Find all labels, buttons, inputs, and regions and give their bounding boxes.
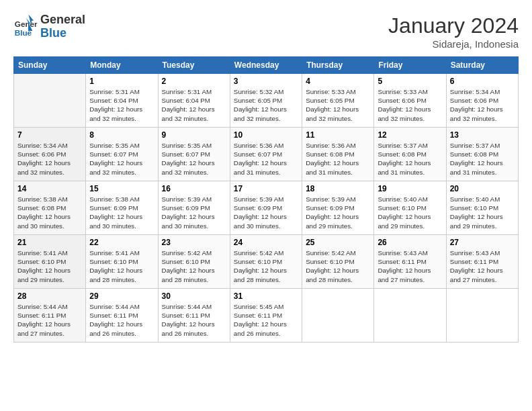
calendar-cell: 7Sunrise: 5:34 AM Sunset: 6:06 PM Daylig…	[14, 128, 86, 181]
day-info: Sunrise: 5:31 AM Sunset: 6:04 PM Dayligh…	[89, 87, 154, 123]
calendar-cell: 31Sunrise: 5:45 AM Sunset: 6:11 PM Dayli…	[230, 289, 302, 342]
calendar-cell	[14, 74, 86, 128]
day-number: 5	[378, 77, 442, 86]
day-number: 29	[89, 291, 154, 301]
calendar-cell: 29Sunrise: 5:44 AM Sunset: 6:11 PM Dayli…	[86, 289, 158, 342]
calendar-cell: 24Sunrise: 5:42 AM Sunset: 6:10 PM Dayli…	[230, 235, 302, 289]
day-number: 9	[162, 130, 226, 140]
calendar-cell: 21Sunrise: 5:41 AM Sunset: 6:10 PM Dayli…	[14, 235, 86, 289]
calendar-cell: 1Sunrise: 5:31 AM Sunset: 6:04 PM Daylig…	[86, 74, 158, 128]
day-info: Sunrise: 5:37 AM Sunset: 6:08 PM Dayligh…	[378, 141, 442, 177]
day-number: 26	[378, 238, 442, 247]
calendar-table: SundayMondayTuesdayWednesdayThursdayFrid…	[13, 56, 519, 342]
day-info: Sunrise: 5:44 AM Sunset: 6:11 PM Dayligh…	[17, 302, 82, 338]
calendar-cell: 22Sunrise: 5:41 AM Sunset: 6:10 PM Dayli…	[86, 235, 158, 289]
calendar-cell	[302, 289, 374, 342]
day-number: 20	[450, 184, 515, 193]
day-info: Sunrise: 5:37 AM Sunset: 6:08 PM Dayligh…	[450, 141, 515, 177]
day-number: 24	[234, 238, 298, 247]
calendar-cell: 9Sunrise: 5:35 AM Sunset: 6:07 PM Daylig…	[158, 128, 230, 181]
calendar-cell: 3Sunrise: 5:32 AM Sunset: 6:05 PM Daylig…	[230, 74, 302, 128]
calendar-cell: 18Sunrise: 5:39 AM Sunset: 6:09 PM Dayli…	[302, 181, 374, 235]
day-info: Sunrise: 5:42 AM Sunset: 6:10 PM Dayligh…	[306, 248, 370, 284]
calendar-cell: 27Sunrise: 5:43 AM Sunset: 6:11 PM Dayli…	[446, 235, 518, 289]
calendar-cell: 5Sunrise: 5:33 AM Sunset: 6:06 PM Daylig…	[374, 74, 446, 128]
day-number: 28	[17, 291, 82, 301]
day-number: 6	[450, 77, 515, 86]
logo-name-blue: Blue	[40, 27, 85, 40]
day-info: Sunrise: 5:35 AM Sunset: 6:07 PM Dayligh…	[162, 141, 226, 177]
day-number: 2	[162, 77, 226, 86]
day-number: 18	[306, 184, 370, 193]
day-info: Sunrise: 5:44 AM Sunset: 6:11 PM Dayligh…	[162, 302, 226, 338]
day-info: Sunrise: 5:44 AM Sunset: 6:11 PM Dayligh…	[89, 302, 154, 338]
day-number: 25	[306, 238, 370, 247]
logo-name-general: General	[40, 13, 85, 27]
day-number: 15	[89, 184, 154, 193]
day-number: 27	[450, 238, 515, 247]
page-header: General Blue General Blue January 2024 S…	[13, 13, 519, 50]
weekday-header-monday: Monday	[86, 57, 158, 74]
calendar-cell: 6Sunrise: 5:34 AM Sunset: 6:06 PM Daylig…	[446, 74, 518, 128]
day-number: 10	[234, 130, 298, 140]
day-info: Sunrise: 5:39 AM Sunset: 6:09 PM Dayligh…	[306, 195, 370, 230]
day-number: 31	[234, 291, 298, 301]
day-number: 4	[306, 77, 370, 86]
day-info: Sunrise: 5:33 AM Sunset: 6:05 PM Dayligh…	[306, 87, 370, 123]
day-number: 17	[234, 184, 298, 193]
day-info: Sunrise: 5:38 AM Sunset: 6:09 PM Dayligh…	[89, 195, 154, 230]
day-number: 30	[162, 291, 226, 301]
day-info: Sunrise: 5:40 AM Sunset: 6:10 PM Dayligh…	[378, 195, 442, 230]
day-number: 11	[306, 130, 370, 140]
calendar-cell: 8Sunrise: 5:35 AM Sunset: 6:07 PM Daylig…	[86, 128, 158, 181]
day-number: 23	[162, 238, 226, 247]
day-number: 8	[89, 130, 154, 140]
day-number: 21	[17, 238, 82, 247]
day-info: Sunrise: 5:32 AM Sunset: 6:05 PM Dayligh…	[234, 87, 298, 123]
day-number: 22	[89, 238, 154, 247]
day-info: Sunrise: 5:41 AM Sunset: 6:10 PM Dayligh…	[89, 248, 154, 284]
day-number: 13	[450, 130, 515, 140]
calendar-cell: 12Sunrise: 5:37 AM Sunset: 6:08 PM Dayli…	[374, 128, 446, 181]
day-number: 16	[162, 184, 226, 193]
calendar-cell: 30Sunrise: 5:44 AM Sunset: 6:11 PM Dayli…	[158, 289, 230, 342]
day-info: Sunrise: 5:33 AM Sunset: 6:06 PM Dayligh…	[378, 87, 442, 123]
day-info: Sunrise: 5:39 AM Sunset: 6:09 PM Dayligh…	[234, 195, 298, 230]
calendar-cell: 25Sunrise: 5:42 AM Sunset: 6:10 PM Dayli…	[302, 235, 374, 289]
calendar-cell: 15Sunrise: 5:38 AM Sunset: 6:09 PM Dayli…	[86, 181, 158, 235]
day-number: 1	[89, 77, 154, 86]
weekday-header-saturday: Saturday	[446, 57, 518, 74]
day-number: 7	[17, 130, 82, 140]
day-info: Sunrise: 5:39 AM Sunset: 6:09 PM Dayligh…	[162, 195, 226, 230]
day-info: Sunrise: 5:34 AM Sunset: 6:06 PM Dayligh…	[17, 141, 82, 177]
day-number: 12	[378, 130, 442, 140]
calendar-cell: 2Sunrise: 5:31 AM Sunset: 6:04 PM Daylig…	[158, 74, 230, 128]
day-info: Sunrise: 5:40 AM Sunset: 6:10 PM Dayligh…	[450, 195, 515, 230]
calendar-cell: 16Sunrise: 5:39 AM Sunset: 6:09 PM Dayli…	[158, 181, 230, 235]
calendar-cell	[446, 289, 518, 342]
day-number: 19	[378, 184, 442, 193]
calendar-cell: 13Sunrise: 5:37 AM Sunset: 6:08 PM Dayli…	[446, 128, 518, 181]
day-info: Sunrise: 5:43 AM Sunset: 6:11 PM Dayligh…	[378, 248, 442, 284]
calendar-cell: 4Sunrise: 5:33 AM Sunset: 6:05 PM Daylig…	[302, 74, 374, 128]
day-info: Sunrise: 5:38 AM Sunset: 6:08 PM Dayligh…	[17, 195, 82, 230]
calendar-cell: 28Sunrise: 5:44 AM Sunset: 6:11 PM Dayli…	[14, 289, 86, 342]
calendar-cell: 14Sunrise: 5:38 AM Sunset: 6:08 PM Dayli…	[14, 181, 86, 235]
calendar-cell: 17Sunrise: 5:39 AM Sunset: 6:09 PM Dayli…	[230, 181, 302, 235]
calendar-cell: 19Sunrise: 5:40 AM Sunset: 6:10 PM Dayli…	[374, 181, 446, 235]
day-info: Sunrise: 5:42 AM Sunset: 6:10 PM Dayligh…	[162, 248, 226, 284]
day-info: Sunrise: 5:36 AM Sunset: 6:08 PM Dayligh…	[306, 141, 370, 177]
calendar-cell: 26Sunrise: 5:43 AM Sunset: 6:11 PM Dayli…	[374, 235, 446, 289]
logo-icon: General Blue	[13, 15, 38, 39]
weekday-header-tuesday: Tuesday	[158, 57, 230, 74]
calendar-cell: 20Sunrise: 5:40 AM Sunset: 6:10 PM Dayli…	[446, 181, 518, 235]
calendar-cell	[374, 289, 446, 342]
location-subtitle: Sidareja, Indonesia	[388, 38, 519, 50]
calendar-cell: 10Sunrise: 5:36 AM Sunset: 6:07 PM Dayli…	[230, 128, 302, 181]
day-info: Sunrise: 5:36 AM Sunset: 6:07 PM Dayligh…	[234, 141, 298, 177]
day-info: Sunrise: 5:45 AM Sunset: 6:11 PM Dayligh…	[234, 302, 298, 338]
weekday-header-sunday: Sunday	[14, 57, 86, 74]
logo: General Blue General Blue	[13, 13, 85, 40]
day-info: Sunrise: 5:34 AM Sunset: 6:06 PM Dayligh…	[450, 87, 515, 123]
title-block: January 2024 Sidareja, Indonesia	[388, 13, 519, 50]
